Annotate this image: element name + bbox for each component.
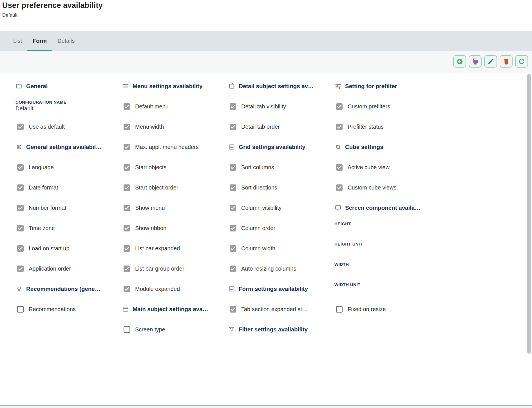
checkbox-load-on-start-up[interactable] bbox=[17, 245, 24, 252]
checkbox-auto-resizing-columns[interactable] bbox=[230, 266, 236, 272]
checkbox-label: List bar expanded bbox=[135, 245, 180, 252]
checkbox-row-column-order: Column order bbox=[230, 218, 275, 238]
add-button[interactable] bbox=[453, 55, 466, 68]
section-header-cube-settings: Cube settings bbox=[334, 137, 383, 157]
checkbox-detail-tab-order[interactable] bbox=[230, 124, 236, 130]
list-box-icon bbox=[228, 285, 235, 293]
checkbox-label: Application order bbox=[29, 266, 71, 272]
checkbox-max-appl-menu-headers[interactable] bbox=[124, 144, 130, 150]
copy-button[interactable] bbox=[469, 55, 482, 68]
section-label: Cube settings bbox=[345, 144, 383, 150]
checkbox-row-max-appl-menu-headers: Max. appl. menu headers bbox=[124, 137, 199, 157]
field-value: Default bbox=[15, 105, 33, 113]
checkbox-row-active-cube-view: Active cube view bbox=[336, 157, 390, 177]
checkbox-label: Sort columns bbox=[241, 164, 274, 171]
toolbar-buttons bbox=[453, 55, 528, 68]
checkbox-menu-width[interactable] bbox=[124, 124, 130, 130]
funnel-icon bbox=[228, 326, 235, 333]
section-label: Detail subject settings av… bbox=[239, 83, 314, 90]
checkbox-fixed-on-resize[interactable] bbox=[336, 306, 343, 313]
checkbox-row-sort-columns: Sort columns bbox=[230, 157, 274, 177]
checkbox-module-expanded[interactable] bbox=[124, 286, 130, 292]
checkbox-label: Module expanded bbox=[135, 286, 180, 292]
field-width-unit: WIDTH UNIT bbox=[334, 279, 360, 299]
checkbox-show-ribbon[interactable] bbox=[124, 225, 130, 231]
checkbox-row-start-objects: Start objects bbox=[124, 157, 166, 177]
field-width: WIDTH bbox=[334, 258, 349, 279]
checkbox-active-cube-view[interactable] bbox=[336, 164, 343, 171]
tab-form[interactable]: Form bbox=[27, 31, 52, 51]
refresh-button[interactable] bbox=[515, 55, 528, 68]
delete-button[interactable] bbox=[500, 55, 513, 68]
checkbox-show-menu[interactable] bbox=[124, 205, 130, 211]
panel-below-area bbox=[0, 406, 532, 408]
checkbox-row-recommendations: Recommendations bbox=[17, 299, 76, 319]
vertical-scrollbar[interactable] bbox=[527, 74, 531, 354]
checkbox-prefilter-status[interactable] bbox=[336, 124, 343, 130]
checkbox-number-format[interactable] bbox=[17, 205, 24, 211]
edit-button[interactable] bbox=[484, 55, 497, 68]
checkbox-label: Max. appl. menu headers bbox=[135, 144, 199, 150]
checkbox-label: Tab section expanded st… bbox=[241, 306, 308, 313]
tab-bar: ListFormDetails bbox=[0, 31, 532, 51]
checkbox-row-sort-directions: Sort directions bbox=[230, 177, 277, 198]
section-label: Recommendations (gene… bbox=[26, 286, 100, 292]
form-column-2: Menu settings availabilityDefault menuMe… bbox=[122, 76, 228, 340]
checkbox-time-zone[interactable] bbox=[17, 225, 24, 231]
section-label: Grid settings availability bbox=[239, 144, 305, 150]
checkbox-label: Menu width bbox=[135, 124, 164, 130]
section-label: Screen component availa… bbox=[345, 204, 421, 211]
tab-details[interactable]: Details bbox=[52, 31, 80, 51]
checkbox-column-order[interactable] bbox=[230, 225, 236, 231]
checkbox-custom-prefilters[interactable] bbox=[336, 103, 343, 110]
monitor-icon bbox=[334, 204, 342, 211]
gear-icon bbox=[15, 143, 23, 151]
checkbox-list-bar-group-order[interactable] bbox=[124, 266, 130, 272]
field-configuration-name: CONFIGURATION NAMEDefault bbox=[15, 96, 66, 117]
list-box-icon bbox=[228, 143, 235, 151]
section-header-general: General bbox=[15, 76, 48, 96]
checkbox-row-list-bar-expanded: List bar expanded bbox=[124, 238, 180, 258]
checkbox-row-show-ribbon: Show ribbon bbox=[124, 218, 166, 238]
checkbox-start-object-order[interactable] bbox=[124, 184, 130, 191]
checkbox-start-objects[interactable] bbox=[124, 164, 130, 171]
section-label: Setting for prefilter bbox=[345, 83, 397, 90]
checkbox-list-bar-expanded[interactable] bbox=[124, 245, 130, 252]
checkbox-label: Sort directions bbox=[241, 184, 277, 191]
section-label: Filter settings availability bbox=[239, 326, 308, 333]
checkbox-row-date-format: Date format bbox=[17, 177, 58, 198]
menu-icon bbox=[122, 83, 129, 90]
section-header-main-subject-settings-ava: Main subject settings ava… bbox=[122, 299, 208, 319]
checkbox-application-order[interactable] bbox=[17, 266, 24, 272]
checkbox-recommendations[interactable] bbox=[17, 306, 24, 313]
checkbox-row-prefilter-status: Prefilter status bbox=[336, 117, 384, 137]
checkbox-detail-tab-visibility[interactable] bbox=[230, 103, 236, 110]
checkbox-use-as-default[interactable] bbox=[17, 124, 24, 130]
checkbox-tab-section-expanded-st[interactable] bbox=[230, 306, 236, 313]
checkbox-column-visibility[interactable] bbox=[230, 205, 236, 211]
section-header-detail-subject-settings-av: Detail subject settings av… bbox=[228, 76, 314, 96]
checkbox-default-menu[interactable] bbox=[124, 103, 130, 110]
checkbox-sort-columns[interactable] bbox=[230, 164, 236, 171]
checkbox-label: Fixed on resize bbox=[348, 306, 386, 313]
checkbox-row-tab-section-expanded-st: Tab section expanded st… bbox=[230, 299, 308, 319]
checkbox-label: Start objects bbox=[135, 164, 166, 171]
tab-list[interactable]: List bbox=[8, 31, 27, 51]
checkbox-column-width[interactable] bbox=[230, 245, 236, 252]
checkbox-label: Custom cube views bbox=[348, 184, 396, 191]
lightbulb-icon bbox=[15, 285, 23, 293]
checkbox-label: Show menu bbox=[135, 205, 165, 211]
window-icon bbox=[122, 306, 129, 313]
checkbox-screen-type[interactable] bbox=[124, 326, 130, 333]
trash-icon bbox=[502, 58, 510, 65]
checkbox-language[interactable] bbox=[17, 164, 24, 171]
checkbox-date-format[interactable] bbox=[17, 184, 24, 191]
checkbox-custom-cube-views[interactable] bbox=[336, 184, 343, 191]
checkbox-label: Number format bbox=[29, 205, 66, 211]
toolbar-strip bbox=[0, 51, 532, 73]
field-height-unit: HEIGHT UNIT bbox=[334, 238, 363, 258]
checkbox-row-language: Language bbox=[17, 157, 54, 177]
field-label: HEIGHT UNIT bbox=[334, 242, 363, 246]
checkbox-row-number-format: Number format bbox=[17, 198, 66, 218]
checkbox-sort-directions[interactable] bbox=[230, 184, 236, 191]
